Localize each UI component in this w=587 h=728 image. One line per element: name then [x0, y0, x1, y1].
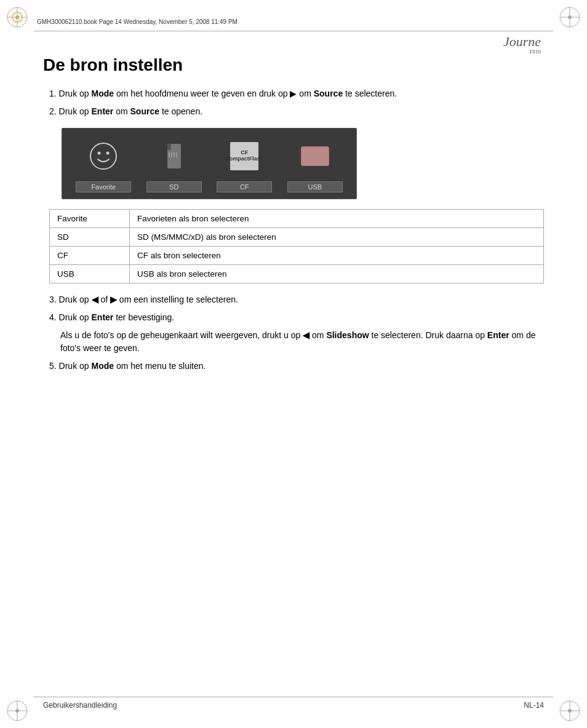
step-1-text: Druk op Mode om het hoofdmenu weer te ge…	[59, 89, 397, 98]
source-labels-row: Favorite SD CF USB	[68, 181, 350, 192]
svg-rect-23	[171, 152, 172, 157]
top-header: GMH300062110.book Page 14 Wednesday, Nov…	[0, 18, 587, 25]
source-icon-favorite	[76, 141, 131, 172]
source-label-cf: CF	[217, 181, 272, 192]
step-4-text: Druk op Enter ter bevestiging.	[59, 312, 175, 322]
footer-right: NL-14	[524, 701, 544, 710]
step-2-text: Druk op Enter om Source te openen.	[59, 106, 202, 116]
cf-icon-image: CFCompactFlash	[226, 141, 263, 172]
table-row: SD SD (MS/MMC/xD) als bron selecteren	[50, 228, 544, 247]
page-title: De bron instellen	[43, 55, 544, 75]
svg-point-19	[106, 152, 110, 155]
step-4: 4. Druk op Enter ter bevestiging.	[49, 311, 544, 324]
brand-logo: Journe F810	[503, 34, 541, 55]
source-icon-sd	[146, 141, 202, 172]
table-row: USB USB als bron selecteren	[50, 265, 544, 283]
table-cell-source: USB	[50, 265, 130, 283]
step-5-text: Druk op Mode om het menu te sluiten.	[59, 361, 206, 371]
step-3-text: Druk op ◀ of ▶ om een instelling te sele…	[59, 295, 238, 304]
brand-model: F810	[503, 49, 541, 55]
usb-icon-image	[297, 141, 333, 172]
source-table: Favorite Favorieten als bron selecteren …	[49, 209, 544, 283]
corner-mark-tr	[557, 5, 582, 30]
table-cell-source: Favorite	[50, 210, 130, 228]
table-row: CF CF als bron selecteren	[50, 247, 544, 265]
corner-mark-tl	[5, 5, 30, 30]
corner-mark-br	[557, 698, 582, 723]
source-icons-row: CFCompactFlash	[68, 141, 350, 172]
svg-rect-22	[169, 152, 170, 157]
favorite-icon-image	[85, 141, 122, 172]
sd-icon-image	[156, 141, 193, 172]
source-icon-cf: CFCompactFlash	[217, 141, 272, 172]
source-icon-usb	[287, 141, 343, 172]
step-2-num: 2.	[49, 106, 57, 116]
step-5: 5. Druk op Mode om het menu te sluiten.	[49, 360, 544, 373]
table-cell-source: CF	[50, 247, 130, 265]
svg-rect-24	[174, 152, 175, 157]
table-cell-desc: CF als bron selecteren	[130, 247, 544, 265]
step-1-num: 1.	[49, 89, 57, 98]
source-image-box: CFCompactFlash Favorite SD CF USB	[62, 128, 357, 199]
brand-name: Journe	[503, 34, 541, 49]
footer-left: Gebruikershandleiding	[43, 701, 117, 710]
instructions: 1. Druk op Mode om het hoofdmenu weer te…	[49, 87, 544, 373]
step-4-num: 4.	[49, 312, 57, 322]
source-label-usb: USB	[287, 181, 343, 192]
step-3: 3. Druk op ◀ of ▶ om een instelling te s…	[49, 293, 544, 306]
svg-point-17	[90, 143, 116, 169]
svg-rect-25	[176, 152, 177, 157]
table-row: Favorite Favorieten als bron selecteren	[50, 210, 544, 228]
svg-rect-21	[167, 144, 171, 150]
corner-mark-bl	[5, 698, 30, 723]
top-rule	[34, 31, 553, 31]
step-4-cont: Als u de foto's op de geheugenkaart wilt…	[60, 329, 544, 355]
table-cell-desc: USB als bron selecteren	[130, 265, 544, 283]
table-cell-desc: SD (MS/MMC/xD) als bron selecteren	[130, 228, 544, 247]
file-info: GMH300062110.book Page 14 Wednesday, Nov…	[37, 18, 550, 25]
source-label-favorite: Favorite	[76, 181, 131, 192]
table-cell-source: SD	[50, 228, 130, 247]
step-2: 2. Druk op Enter om Source te openen.	[49, 105, 544, 118]
bottom-footer: Gebruikershandleiding NL-14	[43, 701, 544, 710]
svg-point-18	[98, 152, 101, 155]
step-5-num: 5.	[49, 361, 57, 371]
table-cell-desc: Favorieten als bron selecteren	[130, 210, 544, 228]
source-label-sd: SD	[146, 181, 202, 192]
step-3-num: 3.	[49, 295, 57, 304]
bottom-rule	[34, 697, 553, 697]
step-1: 1. Druk op Mode om het hoofdmenu weer te…	[49, 87, 544, 100]
main-content: De bron instellen 1. Druk op Mode om het…	[43, 55, 544, 378]
